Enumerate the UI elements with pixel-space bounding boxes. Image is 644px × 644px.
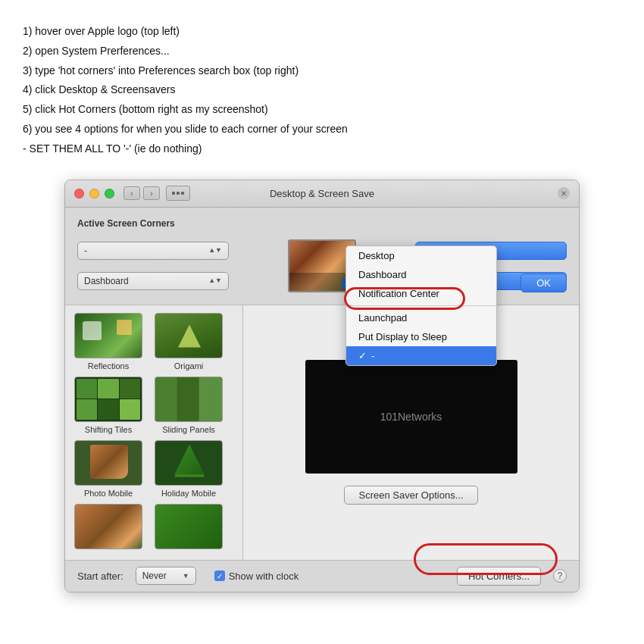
screensaver-img-sliding (155, 377, 223, 422)
bottom-left-corner-select[interactable]: Dashboard ▲▼ (77, 272, 229, 290)
title-bar: ‹ › Desktop & Screen Save ✕ (65, 180, 579, 208)
minimize-button[interactable] (89, 189, 99, 199)
grid-dot-1 (172, 192, 175, 195)
instruction-line-1: 1) hover over Apple logo (top left) (23, 23, 621, 41)
screensaver-img-extra2 (155, 504, 223, 549)
hot-corners-button[interactable]: Hot Corners... (457, 567, 541, 586)
dropdown-item-dash-selected[interactable]: ✓ - (346, 346, 496, 365)
screensaver-img-origami (155, 313, 223, 358)
screensaver-thumb-photo[interactable]: Photo Mobile (71, 440, 145, 498)
start-after-arrow-icon: ▼ (183, 572, 189, 580)
show-with-clock-group: ✓ Show with clock (214, 571, 299, 582)
screensaver-panel: Reflections Origami Shifting Ti (65, 305, 579, 560)
show-with-clock-checkbox[interactable]: ✓ (214, 571, 225, 581)
nav-buttons: ‹ › (123, 186, 160, 200)
dropdown-menu: Desktop Dashboard Notification Center La… (345, 245, 497, 366)
forward-button[interactable]: › (143, 186, 160, 200)
screensaver-thumb-holiday[interactable]: Holiday Mobile (152, 440, 226, 498)
bottom-left-value: Dashboard (84, 276, 129, 286)
dropdown-item-launchpad[interactable]: Launchpad (346, 308, 496, 327)
show-with-clock-label: Show with clock (229, 571, 299, 582)
dropdown-item-desktop[interactable]: Desktop (346, 246, 496, 265)
window-content: Active Screen Corners - ▲▼ ⤢ Dashbo (65, 208, 579, 592)
instructions-block: 1) hover over Apple logo (top left) 2) o… (23, 23, 621, 158)
instruction-line-5: 5) click Hot Corners (bottom right as my… (23, 101, 621, 119)
grid-dot-2 (177, 192, 180, 195)
instruction-line-3: 3) type 'hot corners' into Preferences s… (23, 62, 621, 80)
grid-dot-3 (181, 192, 184, 195)
close-button[interactable] (74, 189, 84, 199)
bottom-left-arrow-icon: ▲▼ (208, 277, 222, 284)
network-label: 101Networks (380, 411, 442, 423)
screensaver-thumb-extra2[interactable] (152, 504, 226, 552)
screensaver-img-shifting (74, 377, 142, 422)
screensaver-label-shifting: Shifting Tiles (85, 425, 132, 434)
back-button[interactable]: ‹ (123, 186, 140, 200)
start-after-label: Start after: (77, 571, 123, 582)
screensaver-preview-black: 101Networks (305, 360, 517, 474)
screensaver-thumb-extra1[interactable] (71, 504, 145, 552)
screensaver-label-reflections: Reflections (88, 361, 129, 370)
dropdown-divider (346, 305, 496, 306)
top-left-arrow-icon: ▲▼ (208, 247, 222, 254)
window-close-x[interactable]: ✕ (558, 187, 570, 199)
top-left-corner-select[interactable]: - ▲▼ (77, 242, 229, 260)
instruction-line-4: 4) click Desktop & Screensavers (23, 81, 621, 99)
instruction-line-6: 6) you see 4 options for when you slide … (23, 120, 621, 139)
screensaver-options-button[interactable]: Screen Saver Options... (344, 486, 477, 505)
screensaver-img-extra1 (74, 504, 142, 549)
screensaver-label-holiday: Holiday Mobile (161, 489, 216, 498)
screensaver-img-photo (74, 440, 142, 486)
check-mark: ✓ (358, 350, 367, 361)
mac-window: ‹ › Desktop & Screen Save ✕ Active Scree… (64, 180, 580, 592)
screensaver-thumb-shifting[interactable]: Shifting Tiles (71, 377, 145, 434)
instruction-line-2: 2) open System Prerferences... (23, 42, 621, 61)
dash-label: - (371, 350, 374, 361)
dropdown-item-dashboard[interactable]: Dashboard (346, 265, 496, 284)
dropdown-item-notification-center[interactable]: Notification Center (346, 284, 496, 303)
bottom-bar: Start after: Never ▼ ✓ Show with clock H… (65, 560, 579, 592)
screensaver-label-photo: Photo Mobile (84, 489, 133, 498)
screensaver-img-holiday (155, 440, 223, 486)
screensaver-list: Reflections Origami Shifting Ti (65, 305, 243, 560)
instruction-line-7: - SET THEM ALL TO '-' (ie do nothing) (23, 140, 621, 158)
traffic-lights (74, 189, 114, 199)
top-left-value: - (84, 245, 87, 256)
screensaver-thumb-sliding[interactable]: Sliding Panels (152, 377, 226, 434)
maximize-button[interactable] (105, 189, 114, 199)
screensaver-img-reflections (74, 313, 142, 358)
screensaver-label-origami: Origami (174, 361, 204, 370)
dropdown-item-put-display-sleep[interactable]: Put Display to Sleep (346, 327, 496, 346)
ok-button[interactable]: OK (521, 274, 567, 292)
window-title: Desktop & Screen Save (270, 188, 374, 199)
corners-panel-title: Active Screen Corners (77, 218, 567, 229)
corners-panel: Active Screen Corners - ▲▼ ⤢ Dashbo (65, 208, 579, 305)
start-after-select[interactable]: Never ▼ (136, 567, 196, 585)
checkbox-check-icon: ✓ (217, 572, 223, 580)
screensaver-thumb-origami[interactable]: Origami (152, 313, 226, 370)
help-button[interactable]: ? (553, 569, 567, 583)
screensaver-thumb-reflections[interactable]: Reflections (71, 313, 145, 370)
grid-view-button[interactable] (166, 186, 190, 201)
screensaver-label-sliding: Sliding Panels (162, 425, 215, 434)
start-after-value: Never (142, 571, 167, 581)
